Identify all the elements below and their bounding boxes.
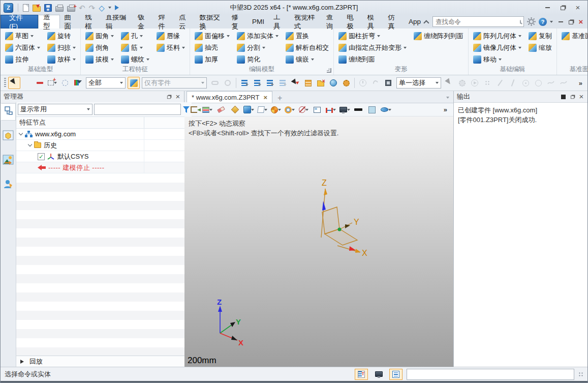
ribbon-button-scale[interactable]: 缩放 — [527, 42, 553, 53]
entity-filter-select[interactable]: 全部 — [86, 77, 126, 89]
dropdown-caret-icon[interactable] — [275, 35, 278, 37]
manager-tab-solid-manager[interactable] — [1, 128, 16, 145]
select-cursor-icon[interactable] — [289, 77, 301, 89]
layer-state-icon[interactable] — [201, 104, 213, 116]
doc-close-button[interactable]: × — [576, 18, 585, 26]
manager-tab-visual-manager[interactable] — [1, 152, 16, 169]
ribbon-button-thicken[interactable]: 加厚 — [193, 53, 231, 65]
ribbon-button-revolve[interactable]: 旋转 — [46, 30, 77, 42]
tree-row-0[interactable]: www.x6g.com — [16, 129, 192, 140]
viewport-icon[interactable] — [311, 104, 323, 116]
render-surface-icon[interactable] — [380, 104, 392, 116]
dropdown-caret-icon[interactable] — [73, 58, 76, 61]
help-icon[interactable]: ? — [539, 18, 547, 26]
status-input[interactable] — [407, 369, 574, 380]
line-icon[interactable] — [494, 77, 506, 89]
play-icon[interactable] — [469, 77, 481, 89]
chain-pick-icon[interactable] — [209, 77, 221, 89]
ribbon-button-self-intersect[interactable]: 解析自相交 — [284, 42, 330, 53]
tab-close-icon[interactable]: × — [263, 94, 267, 101]
dropdown-caret-icon[interactable] — [518, 35, 521, 37]
timer-icon[interactable] — [357, 77, 369, 89]
prompt-panel-icon[interactable] — [355, 369, 368, 380]
menu-tab-14[interactable]: 模具 — [363, 15, 384, 28]
ribbon-button-copy[interactable]: 复制 — [527, 30, 553, 42]
manager-close-button[interactable]: × — [175, 94, 181, 100]
exit-icon[interactable] — [188, 104, 200, 116]
output-pin-button[interactable] — [560, 94, 566, 100]
toolbar-overflow-icon[interactable]: » — [576, 79, 585, 87]
ribbon-button-hole[interactable]: 孔 — [119, 30, 151, 42]
dropdown-caret-icon[interactable] — [37, 47, 40, 49]
dropdown-caret-icon[interactable] — [518, 47, 521, 49]
pick-box-icon[interactable] — [46, 77, 58, 89]
toolbar-grip[interactable] — [4, 78, 6, 88]
background-icon[interactable] — [366, 104, 378, 116]
dropdown-caret-icon[interactable] — [111, 58, 114, 61]
wireframe-view-icon[interactable] — [256, 104, 268, 116]
restore-button[interactable] — [556, 3, 569, 12]
ribbon-button-face-offset[interactable]: 面偏移 — [193, 30, 231, 42]
shade-view-icon[interactable] — [242, 104, 255, 116]
menu-tab-0[interactable]: 造型 — [38, 15, 60, 28]
swatch-icon[interactable] — [382, 77, 394, 89]
ribbon-button-wrap-face[interactable]: 缠绕到面 — [337, 53, 408, 65]
doc-minimize-button[interactable] — [556, 18, 565, 26]
output-close-button[interactable]: × — [578, 94, 584, 100]
ribbon-button-chamfer[interactable]: 倒角 — [84, 42, 115, 53]
ribbon-button-sweep[interactable]: 扫掠 — [46, 42, 77, 53]
menu-tab-4[interactable]: 钣金 — [133, 15, 154, 28]
eraser-icon[interactable] — [215, 104, 227, 116]
ribbon-button-sketch[interactable]: 草图 — [4, 30, 42, 42]
filter-funnel-icon[interactable] — [72, 77, 84, 89]
tree-filter-select[interactable]: 显示常用 — [18, 104, 92, 115]
close-button[interactable]: × — [571, 3, 584, 12]
print-icon[interactable] — [55, 6, 64, 12]
ribbon-button-pattern-geometry[interactable]: 阵列几何体 — [472, 30, 523, 42]
tree-row-2[interactable]: ✓默认CSYS — [16, 151, 192, 162]
ribbon-button-move[interactable]: 移动 — [472, 53, 523, 65]
curve-icon[interactable] — [558, 77, 570, 89]
ribbon-button-extrude[interactable]: 拉伸 — [4, 53, 42, 65]
ribbon-button-wrap-pattern[interactable]: 缠绕阵列到面 — [412, 30, 465, 42]
ribbon-button-replace[interactable]: 置换 — [284, 30, 330, 42]
ribbon-button-loft[interactable]: 放样 — [46, 53, 77, 65]
tree-row-1[interactable]: 历史 — [16, 140, 192, 151]
new-file-icon[interactable] — [23, 4, 29, 12]
document-tab[interactable]: * www.x6g.com.Z3PRT × — [187, 91, 272, 103]
view-toolbar-overflow-icon[interactable]: » — [441, 106, 450, 113]
dropdown-caret-icon[interactable] — [227, 35, 230, 37]
menu-tab-15[interactable]: 仿真 — [383, 15, 404, 28]
constraint-icon[interactable] — [325, 104, 337, 116]
section-view-icon[interactable] — [270, 104, 282, 116]
menu-tab-10[interactable]: 工具 — [269, 15, 290, 28]
manager-tab-history-manager[interactable] — [1, 103, 16, 121]
zoom-view-icon[interactable] — [284, 104, 296, 116]
target-pick-icon[interactable] — [222, 77, 234, 89]
dropdown-caret-icon[interactable] — [140, 47, 143, 49]
menu-tab-1[interactable]: 曲面 — [60, 15, 81, 28]
pick-first-icon[interactable] — [238, 77, 251, 89]
fullscreen-icon[interactable] — [372, 369, 385, 380]
regen-icon[interactable]: ◇ — [99, 4, 105, 12]
manager-tab-role-manager[interactable] — [1, 176, 16, 194]
scope-filter-select[interactable]: 仅有零件 — [142, 77, 207, 89]
ribbon-button-draft[interactable]: 拔模 — [84, 53, 115, 65]
points-icon[interactable] — [481, 77, 493, 89]
expander-icon[interactable] — [28, 142, 32, 146]
dropdown-caret-icon[interactable] — [140, 35, 143, 37]
datum-display-icon[interactable] — [229, 104, 241, 116]
pick-filter-icon[interactable] — [8, 77, 20, 89]
polyline-icon[interactable] — [507, 77, 519, 89]
ribbon-button-deform-point[interactable]: 由指定点开始变形 — [337, 42, 408, 53]
circle-icon[interactable] — [532, 77, 544, 89]
ribbon-button-datum-plane[interactable]: 基准面 — [560, 30, 588, 42]
dialog-launcher-icon[interactable] — [327, 68, 331, 73]
line-width-icon[interactable] — [352, 104, 364, 116]
dropdown-caret-icon[interactable] — [404, 47, 407, 49]
app-logo-icon[interactable]: Z — [4, 3, 13, 13]
command-log-icon[interactable] — [389, 369, 403, 380]
manager-restore-button[interactable] — [166, 94, 172, 100]
only-part-icon[interactable] — [128, 77, 140, 89]
ribbon-button-add-shape[interactable]: 添加实体 — [235, 30, 280, 42]
